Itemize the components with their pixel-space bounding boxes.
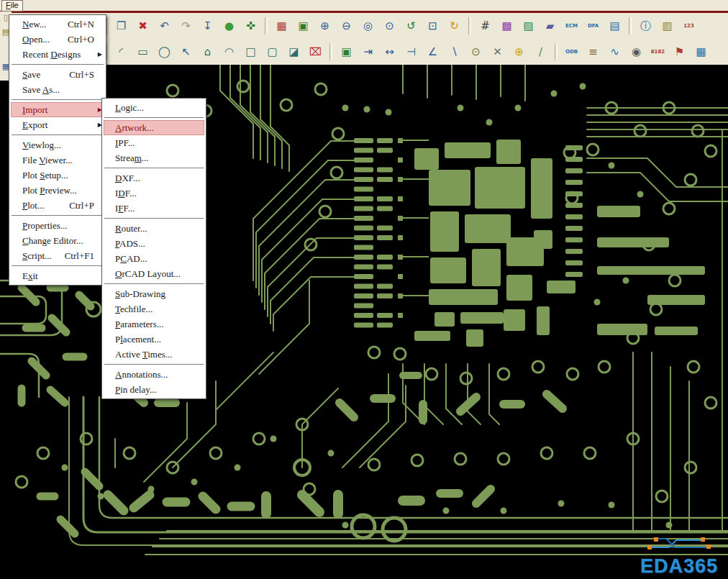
import-menu-item-techfile[interactable]: Techfile...: [104, 301, 204, 316]
import-menu-item-dxf[interactable]: DXF...: [104, 170, 204, 186]
dra-icon[interactable]: ▤: [605, 17, 624, 35]
menu-separator: [12, 215, 104, 216]
zoom-points-icon[interactable]: ▦: [272, 17, 291, 35]
file-menu-item-plot[interactable]: Plot...Ctrl+P: [11, 198, 104, 213]
import-menu-item-sub-drawing[interactable]: Sub-Drawing: [104, 286, 204, 301]
shadow-mode-icon[interactable]: ▰: [540, 17, 560, 35]
dim-extension-icon[interactable]: ⊣: [401, 42, 421, 61]
zoom-out-icon[interactable]: ⊖: [337, 17, 356, 35]
view-last-icon[interactable]: ↻: [445, 17, 464, 35]
shape-arc-icon[interactable]: ◠: [219, 42, 239, 61]
pin-icon[interactable]: ✜: [241, 17, 260, 35]
flag-icon[interactable]: ⚑: [670, 42, 689, 61]
menu-item-label: Pin delay...: [115, 384, 157, 396]
import-menu-item-pads[interactable]: PADS...: [104, 236, 204, 251]
import-menu-item-parameters[interactable]: Parameters...: [104, 316, 204, 332]
shape-delete-icon[interactable]: ⌧: [306, 42, 325, 61]
zoom-selection-icon[interactable]: ⊡: [423, 17, 442, 35]
cross-probe-icon[interactable]: ✕: [488, 42, 507, 61]
file-menu-item-properties[interactable]: Properties...: [11, 218, 104, 233]
import-menu-item-orcad-layout[interactable]: OrCAD Layout...: [104, 266, 204, 281]
select-cursor-icon[interactable]: ↖: [176, 42, 196, 61]
import-menu-item-ipf[interactable]: IPF...: [104, 135, 204, 150]
comment-icon[interactable]: ●: [219, 17, 239, 35]
file-menu-item-import[interactable]: Import▶: [11, 102, 104, 117]
slash-icon[interactable]: ∕: [531, 42, 550, 61]
eda365-logo: EDA365: [640, 536, 718, 576]
file-menu-item-recent-designs[interactable]: Recent Designs▶: [11, 47, 104, 62]
ecm-icon[interactable]: ECM: [562, 17, 581, 35]
redo-icon[interactable]: ↷: [176, 17, 196, 35]
shape-filled-icon[interactable]: ◪: [284, 42, 304, 61]
import-menu-item-artwork[interactable]: Artwork...: [104, 120, 204, 135]
import-menu-item-idf[interactable]: IDF...: [104, 186, 204, 201]
file-menu-item-save-as[interactable]: Save As...: [11, 82, 104, 97]
file-menu-item-save[interactable]: SaveCtrl+S: [11, 67, 104, 82]
stackup-icon[interactable]: ≡: [583, 42, 603, 61]
add-rect-icon[interactable]: ▭: [133, 42, 153, 61]
import-menu-item-active-times[interactable]: Active Times...: [104, 347, 204, 362]
snapshot-icon[interactable]: ◉: [627, 42, 646, 61]
file-menu-item-plot-setup[interactable]: Plot Setup...: [11, 168, 104, 183]
file-menu-item-viewlog[interactable]: Viewlog...: [11, 137, 104, 152]
zoom-in-icon[interactable]: ⊕: [315, 17, 335, 35]
import-menu-item-stream[interactable]: Stream...: [104, 150, 204, 165]
dim-angle-icon[interactable]: ∠: [423, 42, 442, 61]
board-report-icon[interactable]: ▥: [658, 17, 677, 35]
grid-props-icon[interactable]: ▦: [691, 42, 711, 61]
zoom-world-icon[interactable]: ◎: [358, 17, 378, 35]
zoom-previous-icon[interactable]: ⊙: [380, 17, 399, 35]
file-menu-button[interactable]: File: [1, 0, 23, 12]
add-circle-icon[interactable]: ◯: [155, 42, 174, 61]
menu-separator: [104, 168, 204, 168]
redraw-icon[interactable]: ↺: [401, 17, 421, 35]
add-connect-icon[interactable]: ◜: [112, 42, 131, 61]
menu-item-label: Change Editor...: [22, 235, 83, 247]
highlight-icon[interactable]: ⊕: [509, 42, 529, 61]
import-menu-item-router[interactable]: Router...: [104, 221, 204, 236]
file-menu-item-script[interactable]: Script...Ctrl+F1: [11, 248, 104, 263]
dim-linear-icon[interactable]: ↔: [380, 42, 399, 61]
eda365-logo-mark-icon: [645, 536, 714, 553]
dim-diagonal-icon[interactable]: ∖: [445, 42, 464, 61]
file-menu-item-file-viewer[interactable]: File Viewer...: [11, 152, 104, 168]
file-menu-item-export[interactable]: Export▶: [11, 117, 104, 132]
import-submenu: Logic...Artwork...IPF...Stream...DXF...I…: [101, 98, 206, 399]
file-menu-item-new[interactable]: New...Ctrl+N: [11, 17, 104, 32]
shape-polygon-icon[interactable]: ⌂: [198, 42, 217, 61]
file-menu-item-open[interactable]: Open...Ctrl+O: [11, 32, 104, 47]
dfa-icon[interactable]: DFA: [583, 17, 603, 35]
import-menu-item-iff[interactable]: IFF...: [104, 201, 204, 216]
undo-icon[interactable]: ↶: [155, 17, 174, 35]
shape-rect-icon[interactable]: □: [241, 42, 260, 61]
menu-item-label: Exit: [22, 270, 38, 282]
odb-export-icon[interactable]: ODB: [562, 42, 581, 61]
zoom-fit-icon[interactable]: ▣: [294, 17, 313, 35]
resistor-icon[interactable]: 8182: [648, 42, 668, 61]
import-menu-item-pin-delay[interactable]: Pin delay...: [104, 382, 204, 397]
menu-item-label: IPF...: [115, 137, 135, 149]
import-menu-item-placement[interactable]: Placement...: [104, 332, 204, 347]
shape-round-icon[interactable]: ▢: [263, 42, 282, 61]
menu-separator: [12, 64, 104, 65]
snap-pin-icon[interactable]: ⇥: [358, 42, 378, 61]
file-menu-item-exit[interactable]: Exit: [11, 268, 104, 283]
menu-item-label: Properties...: [22, 220, 67, 232]
import-menu-item-pcad[interactable]: PCAD...: [104, 251, 204, 266]
grid-toggle-icon[interactable]: #: [476, 17, 495, 35]
color-palette-icon[interactable]: ▩: [497, 17, 517, 35]
place-component-icon[interactable]: ▣: [337, 42, 356, 61]
import-menu-item-annotations[interactable]: Annotations...: [104, 367, 204, 382]
copy-icon[interactable]: ❐: [112, 17, 131, 35]
import-menu-item-logic[interactable]: Logic...: [104, 100, 204, 115]
drop-to-board-icon[interactable]: ↧: [198, 17, 217, 35]
donut-icon[interactable]: ⊙: [466, 42, 486, 61]
delete-icon[interactable]: ✖: [133, 17, 153, 35]
file-menu-item-change-editor[interactable]: Change Editor...: [11, 233, 104, 248]
info-icon[interactable]: ⓘ: [636, 17, 655, 35]
window-accent-line: [0, 11, 728, 13]
color-edit-icon[interactable]: ▨: [519, 17, 538, 35]
probe-icon[interactable]: ∿: [605, 42, 624, 61]
file-menu-item-plot-preview[interactable]: Plot Preview...: [11, 183, 104, 198]
measure-icon[interactable]: 123: [679, 17, 699, 35]
